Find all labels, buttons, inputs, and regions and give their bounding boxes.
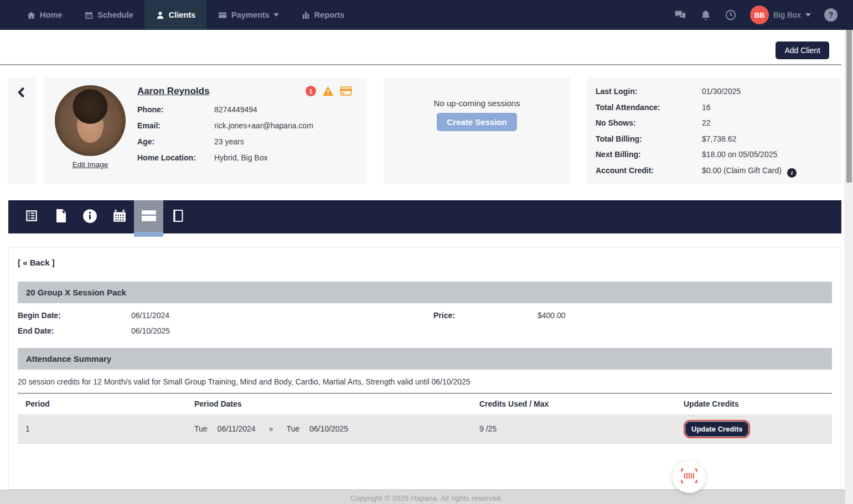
nav-item-payments[interactable]: Payments xyxy=(206,0,290,30)
edit-image-link[interactable]: Edit Image xyxy=(73,160,108,169)
card-icon xyxy=(141,209,157,225)
navbar-right: BB Big Box ? xyxy=(674,0,838,30)
account-name: Big Box xyxy=(773,11,801,19)
client-alert-icons: 1 xyxy=(306,86,352,96)
stat-label: No Shows: xyxy=(596,118,635,127)
attendance-summary-title: Attendance Summary xyxy=(26,354,111,363)
field-label: Phone: xyxy=(137,105,214,114)
tab-documents[interactable] xyxy=(46,200,75,233)
cell-credits-used: 9 /25 xyxy=(472,424,676,433)
barcode-scan-button[interactable] xyxy=(673,461,706,493)
nav-item-schedule[interactable]: Schedule xyxy=(73,0,144,30)
begin-date-label: Begin Date: xyxy=(18,311,61,320)
field-value: 8274449494 xyxy=(214,105,257,114)
calendar-grid-icon xyxy=(112,209,127,225)
field-value: rick.jones+aar@hapana.com xyxy=(214,121,313,130)
vertical-scrollbar[interactable] xyxy=(845,0,853,504)
file-icon xyxy=(54,209,68,225)
end-date-row: End Date: 06/10/2025 xyxy=(18,326,54,335)
credit-card-icon xyxy=(218,11,228,20)
help-icon[interactable]: ? xyxy=(824,8,838,22)
payment-card-warning-icon[interactable] xyxy=(340,86,352,96)
bar-chart-icon xyxy=(301,11,311,20)
tab-info[interactable] xyxy=(75,200,105,233)
tab-activity-list[interactable] xyxy=(17,200,46,233)
field-label: Age: xyxy=(137,137,214,146)
no-sessions-message: No up-coming sessions xyxy=(384,98,570,108)
top-navbar: Home Schedule Clients Payments Reports B… xyxy=(0,0,853,30)
attendance-table-header: Period Period Dates Credits Used / Max U… xyxy=(18,393,832,414)
stat-label: Next Billing: xyxy=(596,150,641,159)
avatar[interactable]: BB xyxy=(750,6,769,24)
main-nav: Home Schedule Clients Payments Reports xyxy=(0,0,355,30)
stat-total-attendance: Total Attendance:16 xyxy=(596,103,836,112)
nav-item-home[interactable]: Home xyxy=(15,0,73,30)
begin-date-row: Begin Date: 06/11/2024 xyxy=(18,311,61,320)
account-credit-value[interactable]: $0.00 (Claim Gift Card) xyxy=(702,166,782,175)
client-field-phone: Phone: 8274449494 xyxy=(137,105,214,114)
pack-title-bar: 20 Group X Session Pack xyxy=(18,282,832,303)
back-link[interactable]: [ « Back ] xyxy=(18,258,55,267)
upcoming-sessions-card: No up-coming sessions Create Session xyxy=(384,77,570,184)
date-separator: » xyxy=(269,424,273,433)
chevron-down-icon xyxy=(273,13,279,17)
nav-item-clients[interactable]: Clients xyxy=(144,0,206,30)
calendar-icon xyxy=(84,11,94,20)
client-name-link[interactable]: Aaron Reynolds xyxy=(137,86,209,97)
home-icon xyxy=(27,11,36,20)
add-client-button[interactable]: Add Client xyxy=(776,41,829,59)
price-label: Price: xyxy=(433,311,455,320)
col-header-credits: Credits Used / Max xyxy=(472,399,676,408)
client-field-age: Age: 23 years xyxy=(137,137,214,146)
client-detail-tabbar xyxy=(8,200,841,233)
account-menu[interactable]: Big Box xyxy=(773,11,811,19)
update-credits-button[interactable]: Update Credits xyxy=(684,420,750,438)
clock-icon[interactable] xyxy=(725,9,737,21)
end-date-label: End Date: xyxy=(18,326,54,335)
from-day: Tue xyxy=(194,424,208,433)
stat-account-credit: Account Credit: $0.00 (Claim Gift Card)i xyxy=(596,166,836,175)
info-circle-icon xyxy=(82,209,97,226)
membership-detail-panel: [ « Back ] 20 Group X Session Pack Begin… xyxy=(8,247,841,490)
chevron-left-icon[interactable] xyxy=(16,86,27,101)
stat-label: Account Credit: xyxy=(596,166,654,175)
stat-value: 01/30/2025 xyxy=(702,87,741,96)
chat-icon[interactable] xyxy=(674,9,687,21)
stat-last-login: Last Login:01/30/2025 xyxy=(596,87,836,96)
cell-period-dates: Tue 06/11/2024 » Tue 06/10/2025 xyxy=(187,424,472,433)
client-field-email: Email: rick.jones+aar@hapana.com xyxy=(137,121,214,130)
client-field-home-location: Home Location: Hybrid, Big Box xyxy=(137,153,214,162)
stat-label: Total Billing: xyxy=(596,134,642,143)
bell-icon[interactable] xyxy=(700,9,711,21)
stat-value: $18.00 on 05/05/2025 xyxy=(702,150,777,159)
person-icon xyxy=(156,11,165,20)
stat-value: 22 xyxy=(702,118,711,127)
attendance-table-row: 1 Tue 06/11/2024 » Tue 06/10/2025 9 /25 … xyxy=(18,414,832,444)
price-row: Price: $400.00 xyxy=(433,311,455,320)
warning-icon[interactable] xyxy=(322,86,334,96)
to-day: Tue xyxy=(286,424,299,433)
client-photo xyxy=(55,85,126,156)
nav-item-reports[interactable]: Reports xyxy=(290,0,356,30)
col-header-period-dates: Period Dates xyxy=(187,399,472,408)
nav-label: Reports xyxy=(314,11,345,19)
alert-count-badge[interactable]: 1 xyxy=(306,86,316,96)
client-profile-card: Edit Image Aaron Reynolds Phone: 8274449… xyxy=(44,77,367,184)
stat-total-billing: Total Billing:$7,738.62 xyxy=(596,134,836,143)
book-icon xyxy=(171,209,185,225)
field-value: Hybrid, Big Box xyxy=(214,153,267,162)
col-header-update-credits: Update Credits xyxy=(676,399,832,408)
end-date-value: 06/10/2025 xyxy=(131,326,170,335)
stat-value: 16 xyxy=(702,103,711,112)
tab-notes[interactable] xyxy=(163,200,193,233)
tab-schedule[interactable] xyxy=(105,200,134,233)
page-footer: Copyright © 2025 Hapana. All rights rese… xyxy=(0,490,853,504)
stat-value: $0.00 (Claim Gift Card)i xyxy=(702,166,797,178)
stat-label: Last Login: xyxy=(596,87,637,96)
copyright-text: Copyright © 2025 Hapana. All rights rese… xyxy=(350,494,503,502)
col-header-period: Period xyxy=(18,399,187,408)
info-icon[interactable]: i xyxy=(787,168,797,178)
cell-period: 1 xyxy=(18,424,187,433)
create-session-button[interactable]: Create Session xyxy=(437,113,516,131)
tab-memberships-billing[interactable] xyxy=(134,200,163,233)
